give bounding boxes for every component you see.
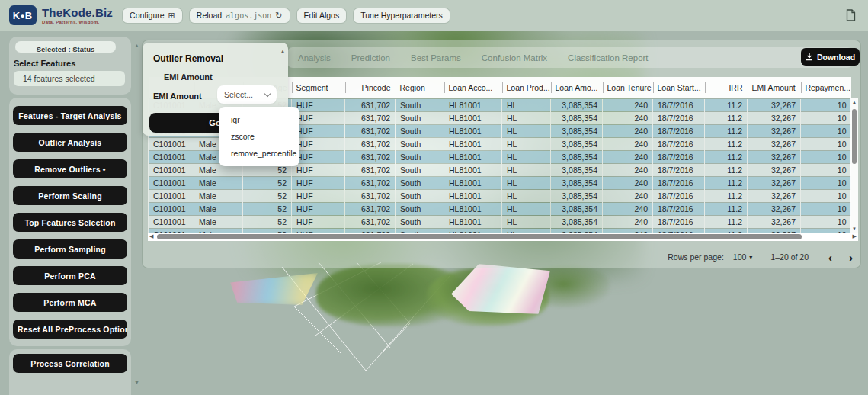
perform-mca-button[interactable]: Perform MCA — [13, 293, 127, 312]
top-features-selection-button[interactable]: Top Features Selection — [13, 213, 127, 232]
table-cell: HL — [502, 112, 551, 125]
table-cell: 240 — [603, 112, 653, 125]
dropdown-option-remove-percentile[interactable]: remove_percentile — [219, 145, 299, 162]
table-cell: HL — [502, 177, 551, 190]
table-cell: HL81001 — [444, 190, 502, 203]
sidebar-scroll-up-arrow[interactable]: ▲ — [134, 43, 139, 48]
tab-best-params[interactable]: Best Params — [411, 53, 461, 63]
table-cell: 18/7/2016 — [653, 138, 705, 151]
reload-filename: algos.json — [226, 11, 271, 20]
table-cell: 32,267 — [748, 177, 801, 190]
perform-pca-button[interactable]: Perform PCA — [13, 266, 127, 285]
table-cell: HL81001 — [444, 177, 502, 190]
perform-scaling-button[interactable]: Perform Scaling — [13, 186, 127, 205]
table-cell: 10 — [801, 164, 851, 177]
brand-block: TheKode.Biz Data. Patterns. Wisdom. — [42, 7, 113, 24]
table-cell: 240 — [603, 203, 653, 216]
table-cell: 11.2 — [705, 177, 748, 190]
table-cell: 3,085,354 — [551, 164, 603, 177]
document-icon[interactable] — [846, 9, 856, 21]
brand-logo[interactable]: K•B — [9, 5, 37, 25]
table-cell: South — [396, 177, 444, 190]
table-cell: 631,702 — [345, 190, 396, 203]
rows-per-page-select[interactable]: 100 ▾ — [733, 252, 753, 262]
table-cell: HUF — [292, 203, 345, 216]
table-cell: 52 — [243, 203, 292, 216]
scroll-up-arrow[interactable]: ▲ — [850, 100, 858, 104]
table-cell: HL81001 — [444, 151, 502, 164]
feature-selection-card: Selected : Status Select Features 14 fea… — [9, 37, 131, 95]
dropdown-option-iqr[interactable]: iqr — [219, 111, 299, 128]
edit-algos-label: Edit Algos — [304, 11, 340, 20]
table-cell: 32,267 — [748, 138, 801, 151]
process-correlation-button[interactable]: Process Correlation — [13, 354, 127, 373]
table-row: C101001Male52HUF631,702SouthHL81001HL3,0… — [149, 216, 851, 229]
vertical-scroll-thumb[interactable] — [852, 109, 857, 164]
table-horizontal-scrollbar[interactable]: ◀ ▶ — [148, 233, 858, 241]
features-selected-box[interactable]: 14 features selected — [14, 71, 125, 86]
table-cell: 18/7/2016 — [653, 112, 705, 125]
app-root: { "topbar": { "logo": "K•B", "brand": "T… — [0, 0, 868, 395]
table-cell: HUF — [292, 99, 345, 112]
horizontal-scroll-thumb[interactable] — [157, 234, 802, 239]
download-icon — [806, 53, 813, 61]
table-cell: South — [396, 151, 444, 164]
column-header-loan-tenure: Loan Tenure — [603, 77, 653, 99]
table-cell: 3,085,354 — [551, 177, 603, 190]
tab-prediction[interactable]: Prediction — [351, 53, 390, 63]
dropdown-option-zscore[interactable]: zscore — [219, 128, 299, 145]
table-cell: 631,702 — [345, 177, 396, 190]
table-cell: HL81001 — [444, 138, 502, 151]
selected-feature-item: EMI Amount — [164, 72, 213, 82]
table-cell: South — [396, 138, 444, 151]
column-header-region: Region — [396, 77, 444, 99]
table-vertical-scrollbar[interactable]: ▲ ▼ — [850, 98, 858, 233]
sidebar-scroll-down-arrow[interactable]: ▼ — [134, 380, 139, 385]
edit-algos-button[interactable]: Edit Algos — [296, 8, 348, 24]
table-cell: 32,267 — [748, 112, 801, 125]
rows-per-page-label: Rows per page: — [668, 252, 724, 262]
table-cell: 10 — [801, 151, 851, 164]
table-cell: 3,085,354 — [551, 216, 603, 229]
table-cell: 3,085,354 — [551, 125, 603, 138]
table-cell: 240 — [603, 190, 653, 203]
outlier-analysis-button[interactable]: Outlier Analysis — [13, 133, 127, 152]
column-header-repaymen: Repaymen... — [801, 77, 851, 99]
table-cell: 11.2 — [705, 112, 748, 125]
brand-name: TheKode.Biz — [42, 7, 113, 18]
table-cell: HL — [502, 99, 551, 112]
tab-classification-report[interactable]: Classification Report — [568, 53, 648, 63]
reload-button[interactable]: Reload algos.json ↻ — [189, 8, 290, 24]
scroll-down-arrow[interactable]: ▼ — [850, 226, 858, 231]
scroll-left-arrow[interactable]: ◀ — [149, 233, 153, 239]
remove-outliers-button[interactable]: Remove Outliers • — [13, 159, 127, 178]
features-target-analysis-button[interactable]: Features - Target Analysis — [13, 106, 127, 125]
tab-analysis[interactable]: Analysis — [298, 53, 331, 63]
table-cell: 52 — [243, 216, 292, 229]
table-cell: 18/7/2016 — [653, 216, 705, 229]
next-page-button[interactable]: › — [849, 251, 853, 264]
table-cell: 18/7/2016 — [653, 177, 705, 190]
outlier-method-select[interactable]: Select... — [217, 85, 277, 104]
previous-page-button[interactable]: ‹ — [828, 251, 832, 264]
perform-sampling-button[interactable]: Perform Sampling — [13, 239, 127, 259]
table-cell: HL81001 — [444, 216, 502, 229]
table-cell: 18/7/2016 — [653, 203, 705, 216]
configure-button[interactable]: Configure ⊞ — [122, 8, 183, 24]
preprocess-actions-card: Features - Target AnalysisOutlier Analys… — [9, 98, 131, 346]
tune-hyperparameters-button[interactable]: Tune Hyperparameters — [353, 8, 450, 24]
tab-confusion-matrix[interactable]: Confusion Matrix — [482, 53, 547, 63]
table-cell: 10 — [801, 190, 851, 203]
reset-all-preprocess-options-button[interactable]: Reset All PreProcess Options — [13, 320, 127, 339]
table-cell: HUF — [292, 112, 345, 125]
table-cell: 10 — [801, 177, 851, 190]
status-select[interactable]: Selected : Status — [15, 41, 116, 53]
scroll-right-arrow[interactable]: ▶ — [853, 233, 857, 239]
pagination-range: 1–20 of 20 — [770, 252, 809, 262]
panel-scroll-up-arrow[interactable]: ▲ — [280, 49, 285, 53]
table-cell: South — [396, 216, 444, 229]
table-cell: 32,267 — [748, 216, 801, 229]
download-button[interactable]: Download — [801, 48, 860, 66]
table-cell: 10 — [801, 125, 851, 138]
column-header-emi-amount: EMI Amount — [748, 77, 801, 99]
